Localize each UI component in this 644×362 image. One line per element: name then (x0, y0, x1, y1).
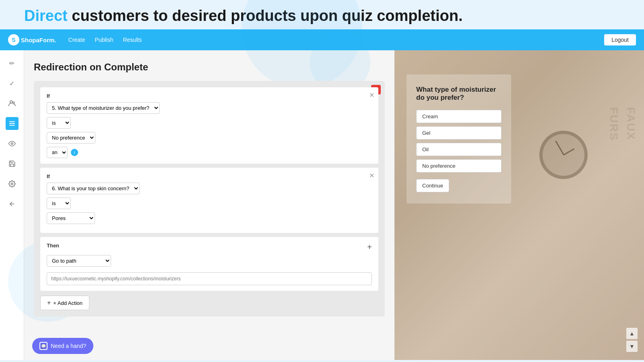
condition1-value-select[interactable]: No preference (47, 132, 95, 144)
headline-blue: Direct (24, 7, 68, 24)
continue-button[interactable]: Continue (416, 179, 449, 192)
sidebar: ✏ ✓ (0, 50, 24, 360)
then-label: Then (47, 243, 59, 249)
add-action-plus-icon: + (47, 299, 51, 306)
condition2-close-button[interactable]: ✕ (369, 172, 374, 179)
and-select[interactable]: and (47, 147, 68, 158)
condition2-operator-select[interactable]: is (47, 197, 71, 209)
clock-decoration (539, 131, 588, 179)
condition-block-1: ✕ If 5. What type of moisturizer do you … (40, 87, 378, 164)
nav-create[interactable]: Create (68, 37, 85, 43)
quiz-option-oil[interactable]: Oil (416, 143, 502, 156)
sidebar-list-icon[interactable] (6, 117, 19, 130)
preview-deco-text: SUEDEVELVETFEATHERSANDFAUXFURS (605, 107, 644, 173)
condition1-close-button[interactable]: ✕ (369, 91, 374, 99)
add-action-label: + Add Action (53, 300, 83, 306)
condition2-question-select[interactable]: 6. What is your top skin concern? (47, 183, 140, 194)
editor-panel: Redirection on Complete ✕ ✕ If 5. What t… (24, 50, 394, 360)
logo-text: ShopaForm. (21, 37, 56, 43)
nav-publish[interactable]: Publish (95, 37, 114, 43)
condition1-question-row: 5. What type of moisturizer do you prefe… (47, 102, 372, 114)
navbar-nav: Create Publish Results (68, 37, 142, 43)
logo: S ShopaForm. (8, 34, 56, 45)
help-button[interactable]: 💬 Need a hand? (32, 338, 93, 354)
then-action-select[interactable]: Go to path (47, 255, 111, 267)
condition2-operator-row: is (47, 197, 372, 209)
condition1-operator-row: is (47, 117, 372, 129)
scroll-up-arrow[interactable]: ▲ (626, 328, 638, 339)
quiz-option-cream[interactable]: Cream (416, 110, 502, 123)
quiz-question: What type of moisturizer do you prefer? (416, 86, 502, 102)
condition1-if-label: If (47, 93, 372, 99)
nav-results[interactable]: Results (123, 37, 142, 43)
url-input[interactable] (47, 272, 372, 285)
sidebar-pencil-icon[interactable]: ✏ (6, 57, 19, 70)
condition-block-2: ✕ If 6. What is your top skin concern? i… (40, 168, 378, 233)
condition1-operator-select[interactable]: is (47, 117, 71, 129)
scroll-down-arrow[interactable]: ▼ (626, 341, 638, 352)
svg-point-0 (10, 101, 12, 103)
info-icon: i (71, 149, 78, 156)
sidebar-users-icon[interactable] (6, 97, 19, 110)
rule-card: ✕ ✕ If 5. What type of moisturizer do yo… (34, 81, 385, 317)
sidebar-check-icon[interactable]: ✓ (6, 77, 19, 90)
svg-point-6 (11, 183, 13, 185)
quiz-card: What type of moisturizer do you prefer? … (407, 74, 511, 204)
svg-point-5 (11, 143, 13, 145)
preview-panel: SUEDEVELVETFEATHERSANDFAUXFURS What type… (394, 50, 644, 360)
condition2-value-row: Pores (47, 212, 372, 224)
then-block: Then + Go to path (40, 237, 378, 291)
sidebar-eye-icon[interactable] (6, 137, 19, 150)
then-header: Then + (47, 243, 372, 252)
svg-point-1 (12, 102, 14, 104)
quiz-option-no-preference[interactable]: No preference (416, 159, 502, 173)
help-chat-icon: 💬 (39, 342, 47, 350)
scroll-arrows: ▲ ▼ (626, 328, 638, 352)
and-row: and i (47, 147, 372, 158)
help-label: Need a hand? (51, 343, 86, 349)
logo-icon: S (8, 34, 19, 45)
sidebar-save-icon[interactable] (6, 157, 19, 170)
main-container: ✏ ✓ (0, 50, 644, 360)
navbar-right: Logout (604, 34, 636, 45)
quiz-option-gel[interactable]: Gel (416, 126, 502, 140)
condition2-question-row: 6. What is your top skin concern? (47, 183, 372, 194)
condition1-value-row: No preference (47, 132, 372, 144)
condition2-if-label: If (47, 173, 372, 179)
sidebar-gear-icon[interactable] (6, 177, 19, 190)
then-action-row: Go to path (47, 255, 372, 267)
logout-button[interactable]: Logout (604, 34, 636, 45)
add-action-button[interactable]: + + Add Action (40, 296, 89, 310)
add-condition-button[interactable]: + (367, 243, 372, 252)
condition2-value-select[interactable]: Pores (47, 212, 95, 224)
condition1-question-select[interactable]: 5. What type of moisturizer do you prefe… (47, 102, 160, 114)
sidebar-back-icon[interactable] (6, 197, 19, 210)
